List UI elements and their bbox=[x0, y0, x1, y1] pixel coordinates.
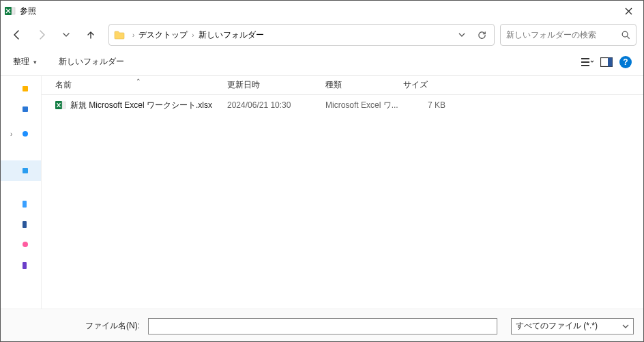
svg-point-14 bbox=[23, 242, 28, 247]
file-row[interactable]: 新規 Microsoft Excel ワークシート.xlsx 2024/06/2… bbox=[42, 95, 643, 115]
window-title: 参照 bbox=[20, 5, 36, 17]
svg-rect-9 bbox=[23, 106, 28, 112]
sidebar-item-selected[interactable] bbox=[1, 160, 41, 181]
file-filter-select[interactable]: すべてのファイル (*.*) bbox=[511, 318, 634, 334]
svg-rect-15 bbox=[23, 262, 27, 269]
sidebar[interactable]: › bbox=[1, 76, 42, 309]
svg-rect-17 bbox=[62, 102, 65, 109]
back-button[interactable] bbox=[8, 25, 27, 44]
col-date[interactable]: 更新日時 bbox=[227, 79, 325, 91]
chevron-right-icon[interactable]: › bbox=[10, 130, 12, 138]
up-button[interactable] bbox=[81, 25, 100, 44]
breadcrumb-seg-1[interactable]: 新しいフォルダー bbox=[196, 27, 267, 44]
toolbar: 整理 新しいフォルダー ? bbox=[1, 48, 643, 76]
folder-icon bbox=[113, 29, 126, 41]
organize-label: 整理 bbox=[13, 56, 29, 68]
organize-button[interactable]: 整理 bbox=[9, 53, 41, 70]
view-mode-button[interactable] bbox=[578, 53, 597, 72]
svg-point-10 bbox=[23, 131, 28, 137]
file-name: 新規 Microsoft Excel ワークシート.xlsx bbox=[70, 100, 212, 111]
xlsx-file-icon bbox=[55, 100, 66, 111]
svg-rect-8 bbox=[23, 86, 28, 91]
file-filter-label: すべてのファイル (*.*) bbox=[516, 320, 598, 332]
col-size[interactable]: サイズ bbox=[403, 79, 458, 91]
chevron-right-icon: › bbox=[131, 31, 136, 39]
new-folder-button[interactable]: 新しいフォルダー bbox=[55, 53, 128, 70]
title-bar: 参照 bbox=[1, 1, 643, 21]
search-box[interactable] bbox=[500, 24, 636, 46]
col-name[interactable]: 名前 ⌃ bbox=[55, 79, 227, 91]
forward-button[interactable] bbox=[32, 25, 51, 44]
new-folder-label: 新しいフォルダー bbox=[59, 56, 124, 68]
svg-rect-4 bbox=[581, 61, 589, 63]
col-name-label: 名前 bbox=[55, 79, 72, 91]
sidebar-item[interactable] bbox=[1, 193, 41, 214]
sidebar-item[interactable] bbox=[1, 99, 41, 119]
search-icon[interactable] bbox=[621, 30, 630, 40]
sort-indicator-icon: ⌃ bbox=[136, 78, 141, 85]
column-headers[interactable]: 名前 ⌃ 更新日時 種類 サイズ bbox=[42, 76, 643, 95]
sidebar-item[interactable]: › bbox=[1, 124, 41, 144]
file-pane: 名前 ⌃ 更新日時 種類 サイズ 新規 Microsoft Excel ワークシ… bbox=[42, 76, 643, 309]
breadcrumb[interactable]: › デスクトップ › 新しいフォルダー bbox=[108, 24, 495, 46]
col-type[interactable]: 種類 bbox=[325, 79, 403, 91]
preview-pane-button[interactable] bbox=[597, 53, 616, 72]
svg-point-2 bbox=[622, 31, 628, 37]
bottom-bar: ファイル名(N): すべてのファイル (*.*) bbox=[1, 309, 643, 342]
svg-rect-1 bbox=[12, 8, 15, 14]
sidebar-item[interactable] bbox=[1, 214, 41, 234]
svg-rect-12 bbox=[23, 201, 27, 208]
close-button[interactable] bbox=[613, 1, 643, 21]
recent-dropdown[interactable] bbox=[57, 25, 76, 44]
file-date: 2024/06/21 10:30 bbox=[227, 100, 325, 110]
breadcrumb-seg-0[interactable]: デスクトップ bbox=[136, 27, 190, 44]
file-type: Microsoft Excel ワ... bbox=[325, 100, 403, 111]
excel-app-icon bbox=[5, 5, 16, 16]
svg-rect-13 bbox=[23, 221, 27, 228]
file-size: 7 KB bbox=[403, 100, 458, 110]
sidebar-item[interactable] bbox=[1, 234, 41, 255]
sidebar-item[interactable] bbox=[1, 79, 41, 99]
sidebar-item[interactable] bbox=[1, 255, 41, 275]
chevron-down-icon bbox=[622, 323, 629, 330]
refresh-button[interactable] bbox=[475, 28, 488, 42]
breadcrumb-dropdown[interactable] bbox=[454, 29, 469, 41]
svg-rect-3 bbox=[581, 58, 589, 59]
help-icon: ? bbox=[619, 56, 632, 68]
filename-input[interactable] bbox=[148, 318, 497, 334]
help-button[interactable]: ? bbox=[616, 53, 635, 72]
navigation-row: › デスクトップ › 新しいフォルダー bbox=[1, 21, 643, 48]
main-area: › 名前 ⌃ 更新日時 種類 サイズ bbox=[1, 76, 643, 309]
search-input[interactable] bbox=[506, 30, 621, 40]
svg-rect-5 bbox=[581, 65, 589, 66]
svg-rect-11 bbox=[23, 168, 28, 173]
chevron-right-icon: › bbox=[190, 31, 195, 39]
svg-rect-7 bbox=[608, 57, 613, 66]
filename-label: ファイル名(N): bbox=[85, 320, 140, 332]
